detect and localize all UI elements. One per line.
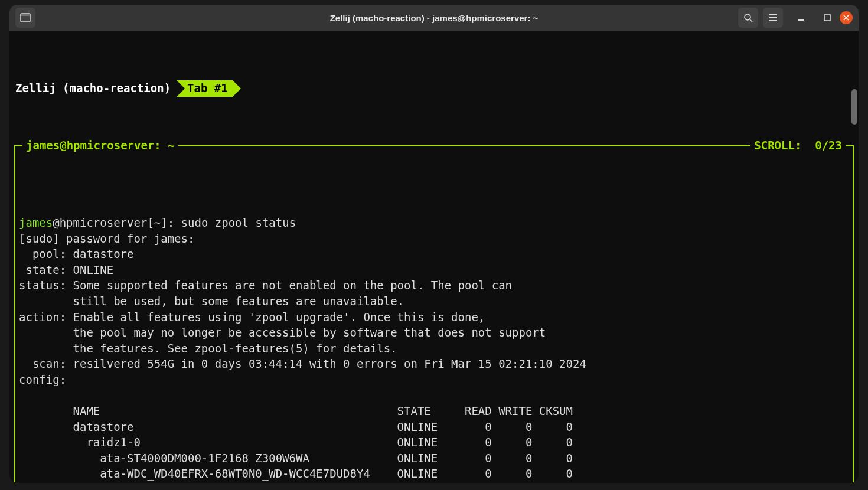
scrollbar-thumb[interactable]: [851, 89, 857, 125]
scrollbar[interactable]: [851, 58, 857, 481]
window-titlebar: Zellij (macho-reaction) - james@hpmicros…: [9, 5, 859, 31]
svg-rect-8: [824, 15, 830, 21]
zpool-config-label: config:: [19, 373, 66, 386]
scroll-indicator: SCROLL: 0/23: [750, 138, 846, 153]
zpool-action-2: the pool may no longer be accessible by …: [19, 326, 546, 339]
zpool-config-row: ata-WDC_WD40EFRX-68WT0N0_WD-WCC4E7DUD8Y4…: [19, 467, 573, 480]
zpool-config-row: datastore ONLINE 0 0 0: [19, 420, 573, 433]
maximize-icon: [823, 14, 831, 22]
tab-1[interactable]: Tab #1: [185, 80, 233, 97]
terminal-window: Zellij (macho-reaction) - james@hpmicros…: [9, 5, 859, 483]
svg-rect-1: [21, 14, 30, 16]
zpool-config-row: ata-ST4000DM000-1F2168_Z300W6WA ONLINE 0…: [19, 452, 573, 465]
zpool-status-2: still be used, but some features are una…: [19, 295, 404, 308]
zpool-action: action: Enable all features using 'zpool…: [19, 311, 485, 324]
zellij-session-name: Zellij (macho-reaction): [13, 80, 173, 96]
close-button[interactable]: [840, 11, 853, 24]
zpool-config-row: raidz1-0 ONLINE 0 0 0: [19, 436, 573, 449]
zpool-config-header: NAME STATE READ WRITE CKSUM: [19, 404, 573, 417]
zpool-pool: pool: datastore: [19, 247, 133, 260]
terminal-icon: [20, 12, 31, 23]
sudo-prompt: [sudo] password for james:: [19, 232, 194, 245]
close-icon: [843, 15, 849, 21]
pane-content[interactable]: james@hpmicroserver[~]: sudo zpool statu…: [15, 193, 853, 483]
zpool-state: state: ONLINE: [19, 263, 113, 276]
zpool-scan: scan: resilvered 554G in 0 days 03:44:14…: [19, 357, 586, 370]
new-tab-button[interactable]: [15, 8, 35, 28]
hamburger-icon: [768, 14, 778, 22]
minimize-button[interactable]: [794, 10, 809, 25]
window-title: Zellij (macho-reaction) - james@hpmicros…: [330, 12, 539, 24]
svg-line-3: [750, 19, 752, 22]
zpool-status: status: Some supported features are not …: [19, 279, 512, 292]
maximize-button[interactable]: [820, 10, 835, 25]
search-icon: [743, 13, 753, 22]
pane-title: james@hpmicroserver: ~: [22, 138, 178, 153]
minimize-icon: [797, 14, 805, 22]
zellij-tabbar: Zellij (macho-reaction) Tab #1: [13, 80, 855, 97]
terminal-body[interactable]: Zellij (macho-reaction) Tab #1 james@hpm…: [9, 31, 859, 483]
menu-button[interactable]: [763, 8, 783, 28]
prompt-line-1: james@hpmicroserver[~]: sudo zpool statu…: [19, 216, 296, 229]
pane-frame: james@hpmicroserver: ~ SCROLL: 0/23 jame…: [14, 145, 854, 483]
zpool-action-3: the features. See zpool-features(5) for …: [19, 342, 397, 355]
svg-point-2: [745, 14, 750, 20]
search-button[interactable]: [738, 8, 758, 28]
